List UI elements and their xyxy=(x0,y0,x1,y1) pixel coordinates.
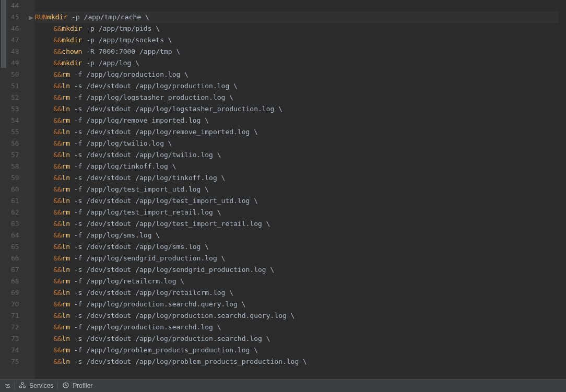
code-line[interactable]: && chown -R 7000:7000 /app/tmp \ xyxy=(35,46,559,57)
line-number[interactable]: 63 xyxy=(11,218,21,230)
operator: && xyxy=(54,230,62,241)
code-line[interactable]: && rm -f /app/log/production.searchd.log… xyxy=(35,322,559,333)
code-line[interactable]: && ln -s /dev/stdout /app/log/remove_imp… xyxy=(35,126,559,138)
line-number[interactable]: 54 xyxy=(11,115,21,126)
code-line[interactable]: && ln -s /dev/stdout /app/log/sendgrid_p… xyxy=(35,264,559,276)
code-editor[interactable]: RUN mkdir -p /app/tmp/cache \&& mkdir -p… xyxy=(35,0,559,379)
code-line[interactable]: && ln -s /dev/stdout /app/log/logstasher… xyxy=(35,103,559,115)
line-number[interactable]: 66 xyxy=(11,253,21,264)
code-text: -s /dev/stdout /app/log/retailcrm.log \ xyxy=(70,287,233,299)
operator: && xyxy=(54,253,62,264)
shell-command: rm xyxy=(62,345,70,356)
statusbar-services[interactable]: Services xyxy=(15,379,57,392)
code-line[interactable]: && mkdir -p /app/log \ xyxy=(35,57,559,69)
shell-command: ln xyxy=(62,195,70,207)
line-number[interactable]: 60 xyxy=(11,184,21,195)
line-number[interactable]: 71 xyxy=(11,310,21,322)
line-number[interactable]: 65 xyxy=(11,241,21,253)
operator: && xyxy=(54,149,62,161)
code-line[interactable]: && mkdir -p /app/tmp/sockets \ xyxy=(35,34,559,46)
code-line[interactable]: && ln -s /dev/stdout /app/log/tinkoff.lo… xyxy=(35,172,559,184)
code-line[interactable]: && rm -f /app/log/twilio.log \ xyxy=(35,138,559,149)
code-line[interactable]: && rm -f /app/log/tinkoff.log \ xyxy=(35,161,559,172)
code-text: -p /app/tmp/cache \ xyxy=(67,11,149,23)
line-number[interactable]: 62 xyxy=(11,207,21,218)
line-number[interactable]: 44 xyxy=(11,0,21,11)
code-line[interactable]: && ln -s /dev/stdout /app/log/twilio.log… xyxy=(35,149,559,161)
code-line[interactable]: && ln -s /dev/stdout /app/log/test_impor… xyxy=(35,218,559,230)
line-number[interactable]: 55 xyxy=(11,126,21,138)
code-line[interactable]: && ln -s /dev/stdout /app/log/production… xyxy=(35,80,559,92)
line-number[interactable]: 69 xyxy=(11,287,21,299)
line-number[interactable]: 68 xyxy=(11,276,21,287)
code-line[interactable]: && ln -s /dev/stdout /app/log/production… xyxy=(35,310,559,322)
operator: && xyxy=(54,356,62,367)
shell-command: rm xyxy=(62,161,70,172)
project-tool-scrollbar[interactable] xyxy=(0,0,8,379)
shell-command: rm xyxy=(62,207,70,218)
profiler-label: Profiler xyxy=(73,382,92,389)
scrollbar-thumb[interactable] xyxy=(1,0,6,68)
line-number[interactable]: 47 xyxy=(11,34,21,46)
code-line[interactable]: && rm -f /app/log/production.searchd.que… xyxy=(35,299,559,310)
editor-right-margin xyxy=(559,0,566,379)
line-number[interactable]: 46 xyxy=(11,23,21,34)
line-number[interactable]: 67 xyxy=(11,264,21,276)
code-line[interactable]: && rm -f /app/log/sms.log \ xyxy=(35,230,559,241)
line-number[interactable]: 51 xyxy=(11,80,21,92)
code-line[interactable]: && mkdir -p /app/tmp/pids \ xyxy=(35,23,559,34)
code-line[interactable]: && ln -s /dev/stdout /app/log/problem_pr… xyxy=(35,356,559,367)
line-number[interactable]: 52 xyxy=(11,92,21,103)
shell-command: rm xyxy=(62,138,70,149)
code-text: -s /dev/stdout /app/log/sendgrid_product… xyxy=(70,264,274,276)
code-line[interactable]: && rm -f /app/log/remove_imported.log \ xyxy=(35,115,559,126)
line-number[interactable]: 57 xyxy=(11,149,21,161)
line-number[interactable]: 49 xyxy=(11,57,21,69)
line-number[interactable]: 75 xyxy=(11,356,21,367)
shell-command: rm xyxy=(62,115,70,126)
code-line[interactable]: && ln -s /dev/stdout /app/log/sms.log \ xyxy=(35,241,559,253)
line-number[interactable]: 58 xyxy=(11,161,21,172)
code-line[interactable]: RUN mkdir -p /app/tmp/cache \ xyxy=(35,11,559,23)
line-number[interactable]: 59 xyxy=(11,172,21,184)
code-line[interactable]: && rm -f /app/log/test_import_retail.log… xyxy=(35,207,559,218)
shell-command: ln xyxy=(62,103,70,115)
code-line[interactable]: && rm -f /app/log/test_import_utd.log \ xyxy=(35,184,559,195)
line-number[interactable]: 64 xyxy=(11,230,21,241)
shell-command: ln xyxy=(62,333,70,345)
code-line[interactable]: && ln -s /dev/stdout /app/log/retailcrm.… xyxy=(35,287,559,299)
statusbar-item-truncated[interactable]: ts xyxy=(1,379,14,392)
operator: && xyxy=(54,34,62,46)
line-number[interactable]: 74 xyxy=(11,345,21,356)
shell-command: ln xyxy=(62,149,70,161)
line-number[interactable]: 45 xyxy=(11,11,21,23)
code-text: -f /app/log/production.log \ xyxy=(70,69,188,80)
code-line[interactable]: && rm -f /app/log/logstasher_production.… xyxy=(35,92,559,103)
operator: && xyxy=(54,161,62,172)
statusbar-profiler[interactable]: Profiler xyxy=(58,379,97,392)
line-number[interactable]: 70 xyxy=(11,299,21,310)
line-number[interactable]: 61 xyxy=(11,195,21,207)
operator: && xyxy=(54,345,62,356)
code-line[interactable]: && rm -f /app/log/sendgrid_production.lo… xyxy=(35,253,559,264)
line-number[interactable]: 73 xyxy=(11,333,21,345)
code-line[interactable]: && rm -f /app/log/production.log \ xyxy=(35,69,559,80)
shell-command: ln xyxy=(62,241,70,253)
line-number[interactable]: 53 xyxy=(11,103,21,115)
code-text: -f /app/log/problem_products_production.… xyxy=(70,345,258,356)
line-number[interactable]: 48 xyxy=(11,46,21,57)
line-number[interactable]: 72 xyxy=(11,322,21,333)
code-line[interactable]: && ln -s /dev/stdout /app/log/production… xyxy=(35,333,559,345)
line-number[interactable]: 56 xyxy=(11,138,21,149)
shell-command: mkdir xyxy=(62,57,82,69)
code-line[interactable] xyxy=(35,0,559,11)
code-line[interactable]: && ln -s /dev/stdout /app/log/test_impor… xyxy=(35,195,559,207)
code-line[interactable]: && rm -f /app/log/problem_products_produ… xyxy=(35,345,559,356)
fold-gutter[interactable] xyxy=(27,0,35,379)
line-number[interactable]: 50 xyxy=(11,69,21,80)
fold-region-icon[interactable] xyxy=(27,16,33,20)
code-line[interactable]: && rm -f /app/log/retailcrm.log \ xyxy=(35,276,559,287)
svg-point-1 xyxy=(21,382,23,384)
line-number-gutter[interactable]: 4445464748495051525354555657585960616263… xyxy=(8,0,27,379)
operator: && xyxy=(54,264,62,276)
